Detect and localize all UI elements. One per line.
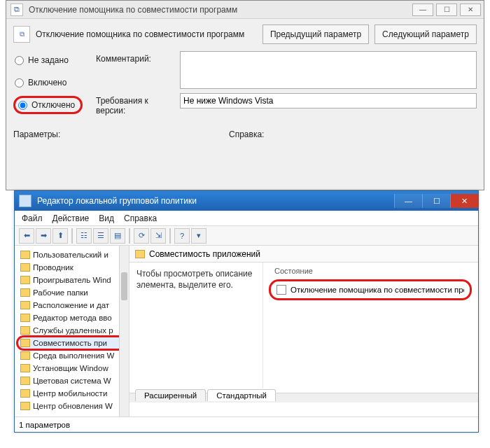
gpedit-titlebar[interactable]: Редактор локальной групповой политики — … <box>15 191 478 211</box>
gpedit-menu-bar: Файл Действие Вид Справка <box>15 211 478 226</box>
radio-not-configured[interactable]: Не задано <box>13 51 96 69</box>
status-text: 1 параметров <box>19 421 70 429</box>
tree-item-label: Рабочие папки <box>33 288 88 297</box>
folder-icon <box>20 402 30 410</box>
tree-item[interactable]: Рабочие папки <box>18 286 129 299</box>
folder-tree-icon[interactable]: ☷ <box>76 228 92 244</box>
folder-icon <box>20 288 30 297</box>
radio-disabled-input[interactable] <box>18 101 27 110</box>
tree-item[interactable]: Центр обновления W <box>18 400 129 412</box>
export-icon[interactable]: ⇲ <box>150 228 166 244</box>
gpo-setting-name: Отключение помощника по совместимости пр… <box>36 29 244 39</box>
tree-item-label: Установщик Window <box>33 364 108 372</box>
tree-item[interactable]: Центр мобильности <box>18 387 129 400</box>
gp-close-button[interactable]: ✕ <box>450 194 478 208</box>
folder-icon <box>20 326 30 335</box>
up-icon[interactable]: ⬆ <box>52 228 68 244</box>
folder-icon <box>20 276 30 284</box>
tree-item-label: Центр обновления W <box>33 402 113 410</box>
folder-icon <box>20 301 30 309</box>
tree-item-label: Проводник <box>33 263 74 272</box>
tree-item[interactable]: Установщик Window <box>18 362 129 374</box>
tree-item-label: Среда выполнения W <box>33 351 114 360</box>
back-icon[interactable]: ⬅ <box>19 228 34 244</box>
gpo-setting-dialog: ⧉ Отключение помощника по совместимости … <box>6 0 484 190</box>
gp-minimize-button[interactable]: — <box>394 194 422 208</box>
gpedit-tree[interactable]: Пользовательский иПроводникПроигрыватель… <box>15 246 130 418</box>
radio-enabled-label: Включено <box>28 78 66 88</box>
menu-view[interactable]: Вид <box>99 214 114 223</box>
policy-item[interactable]: Отключение помощника по совместимости пр… <box>290 286 464 294</box>
radio-enabled-input[interactable] <box>15 78 24 88</box>
policy-icon: ⧉ <box>13 26 30 43</box>
policy-item-icon <box>276 285 286 295</box>
radio-enabled[interactable]: Включено <box>13 74 96 92</box>
help-icon[interactable]: ? <box>174 228 190 244</box>
comment-label: Комментарий: <box>96 51 180 89</box>
tab-extended[interactable]: Расширенный <box>135 389 206 401</box>
radio-disabled-highlight: Отключено <box>13 96 83 114</box>
tree-item-label: Расположение и дат <box>33 301 109 309</box>
policy-item-highlight: Отключение помощника по совместимости пр… <box>269 279 472 300</box>
list-icon[interactable]: ☰ <box>93 228 108 244</box>
gpo-dialog-title: Отключение помощника по совместимости пр… <box>29 5 237 15</box>
menu-action[interactable]: Действие <box>52 214 90 223</box>
folder-icon <box>20 377 30 385</box>
refresh-icon[interactable]: ⟳ <box>134 228 149 244</box>
gpo-dialog-titlebar[interactable]: ⧉ Отключение помощника по совместимости … <box>6 1 484 19</box>
tree-item[interactable]: Редактор метода вво <box>18 312 129 324</box>
state-column-header[interactable]: Состояние <box>274 267 472 275</box>
gpedit-statusbar: 1 параметров <box>15 416 478 432</box>
tree-item[interactable]: Среда выполнения W <box>18 349 129 362</box>
tree-item-label: Совместимость при <box>33 339 107 347</box>
gpedit-toolbar: ⬅ ➡ ⬆ ☷ ☰ ▤ ⟳ ⇲ ? ▾ <box>15 226 478 246</box>
detail-header: Совместимость приложений <box>130 246 478 262</box>
close-button[interactable]: ✕ <box>460 4 481 16</box>
tree-scroll-thumb[interactable] <box>121 272 127 300</box>
menu-help[interactable]: Справка <box>124 214 157 223</box>
policy-icon: ⧉ <box>10 4 23 16</box>
radio-not-configured-input[interactable] <box>15 56 24 65</box>
tree-item-label: Центр мобильности <box>33 389 107 398</box>
folder-icon <box>20 314 30 322</box>
folder-icon <box>20 364 30 372</box>
tree-item-label: Цветовая система W <box>33 377 111 385</box>
tree-item[interactable]: Совместимость при <box>18 337 129 349</box>
folder-icon <box>20 351 30 360</box>
detail-header-text: Совместимость приложений <box>149 249 260 259</box>
tree-scrollbar[interactable] <box>119 246 129 418</box>
next-setting-button[interactable]: Следующий параметр <box>374 24 477 44</box>
gpedit-title: Редактор локальной групповой политики <box>37 196 197 206</box>
gpedit-app-icon <box>19 195 31 207</box>
tree-item-label: Пользовательский и <box>33 251 108 259</box>
folder-icon <box>135 250 145 258</box>
tab-standard[interactable]: Стандартный <box>207 389 276 401</box>
comment-textarea[interactable] <box>180 51 477 89</box>
toolbar-separator <box>169 228 171 244</box>
tree-item-label: Службы удаленных р <box>33 326 113 335</box>
tree-item[interactable]: Пользовательский и <box>18 248 129 261</box>
radio-disabled[interactable]: Отключено <box>17 100 75 110</box>
filter-icon[interactable]: ▾ <box>191 228 206 244</box>
tree-item[interactable]: Расположение и дат <box>18 299 129 312</box>
requirements-textbox <box>180 93 477 108</box>
radio-disabled-label: Отключено <box>31 100 75 110</box>
tree-item[interactable]: Цветовая система W <box>18 374 129 387</box>
tree-item[interactable]: Проигрыватель Wind <box>18 274 129 286</box>
radio-not-configured-label: Не задано <box>28 55 69 65</box>
help-label: Справка: <box>229 130 264 139</box>
menu-file[interactable]: Файл <box>22 214 43 223</box>
gpedit-window: Редактор локальной групповой политики — … <box>14 190 479 433</box>
folder-icon <box>20 251 30 259</box>
minimize-button[interactable]: — <box>412 4 433 16</box>
previous-setting-button[interactable]: Предыдущий параметр <box>262 24 369 44</box>
detail-description: Чтобы просмотреть описание элемента, выд… <box>130 262 262 388</box>
maximize-button[interactable]: ☐ <box>436 4 457 16</box>
gp-maximize-button[interactable]: ☐ <box>422 194 450 208</box>
details-icon[interactable]: ▤ <box>110 228 125 244</box>
tree-item[interactable]: Проводник <box>18 261 129 274</box>
forward-icon[interactable]: ➡ <box>36 228 51 244</box>
folder-icon <box>20 389 30 398</box>
tree-item[interactable]: Службы удаленных р <box>18 324 129 337</box>
folder-icon <box>20 339 30 347</box>
